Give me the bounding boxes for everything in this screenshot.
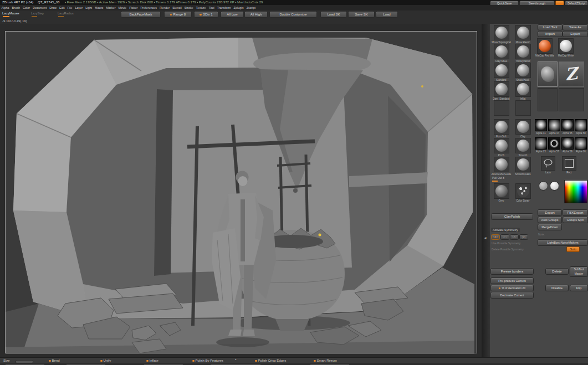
save-sk-button[interactable]: Save SK bbox=[348, 11, 375, 18]
brush-thumb[interactable]: Move Elastic bbox=[513, 25, 533, 44]
auto-groups-button[interactable]: Auto Groups bbox=[538, 217, 562, 223]
alt-color-swatch[interactable] bbox=[550, 181, 559, 191]
empty-brush-slot[interactable] bbox=[494, 100, 509, 116]
groups-split-button[interactable]: Groups Split bbox=[563, 217, 588, 223]
menu-stroke[interactable]: Stroke bbox=[183, 5, 195, 11]
menu-light[interactable]: Light bbox=[84, 5, 94, 11]
menu-draw[interactable]: Draw bbox=[48, 5, 58, 11]
brush-thumb[interactable]: SnakeHook bbox=[513, 63, 533, 82]
lazystep-slider[interactable]: LazyStep bbox=[31, 12, 44, 15]
preprocess-current-button[interactable]: Pre-process Current bbox=[490, 277, 534, 284]
smart-resym-slider[interactable]: Smart Resym bbox=[314, 359, 337, 362]
menu-render[interactable]: Render bbox=[158, 5, 171, 11]
empty-brush-slot[interactable] bbox=[515, 100, 531, 116]
material-thumb[interactable]: Grey bbox=[491, 183, 512, 203]
tray-collapse-arrow-icon[interactable]: ◄ bbox=[483, 236, 487, 240]
brush-thumb[interactable]: Move Topological bbox=[491, 25, 512, 44]
tray-collapse-handle[interactable]: ▴ bbox=[235, 357, 237, 361]
alpha-thumb[interactable]: Alpha 06 bbox=[574, 137, 587, 153]
decimation-percent-slider[interactable]: % of decimation 20 bbox=[490, 285, 534, 291]
menu-macro[interactable]: Macro bbox=[94, 5, 105, 11]
brush-thumb[interactable]: FormSoft bbox=[491, 119, 512, 138]
empty-tool-slot[interactable] bbox=[538, 88, 558, 111]
alpha-thumb[interactable]: Alpha 47 bbox=[548, 119, 561, 135]
empty-tool-slot[interactable] bbox=[559, 88, 584, 111]
menu-preferences[interactable]: Preferences bbox=[139, 5, 158, 11]
inflate-slider[interactable]: Inflate bbox=[146, 359, 158, 362]
fbx-export-button[interactable]: FBXExport bbox=[563, 209, 588, 216]
use-posable-symmetry[interactable]: Use Posable Symmetry bbox=[492, 241, 520, 245]
brush-thumb[interactable]: Clay bbox=[513, 119, 533, 138]
freeze-borders-button[interactable]: Freeze borders bbox=[490, 268, 534, 275]
size-slider[interactable]: Size bbox=[3, 359, 10, 362]
alpha-thumb[interactable]: Alpha 55 bbox=[561, 119, 574, 135]
brush-thumb[interactable]: Dam_Standard bbox=[491, 81, 512, 101]
menu-tool[interactable]: Tool bbox=[207, 5, 216, 11]
merge-down-button[interactable]: MergeDown bbox=[538, 224, 562, 230]
all-high-button[interactable]: All High bbox=[244, 11, 268, 18]
color-picker[interactable] bbox=[564, 180, 587, 203]
menu-marker[interactable]: Marker bbox=[105, 5, 117, 11]
menu-movie[interactable]: Movie bbox=[117, 5, 128, 11]
symmetry-y-button[interactable]: >Y< bbox=[500, 234, 509, 240]
main-color-swatch[interactable] bbox=[539, 181, 548, 191]
menu-edit[interactable]: Edit bbox=[58, 5, 66, 11]
menu-stencil[interactable]: Stencil bbox=[171, 5, 183, 11]
menu-layer[interactable]: Layer bbox=[74, 5, 84, 11]
disable-button[interactable]: Disable bbox=[545, 285, 569, 291]
brush-thumb[interactable]: Smooth bbox=[513, 138, 533, 157]
stroke-thumb[interactable]: Color Spray bbox=[513, 183, 533, 203]
alpha-thumb[interactable]: Alpha 23 bbox=[534, 137, 548, 153]
all-low-button[interactable]: All Low bbox=[221, 11, 244, 18]
decimate-current-button[interactable]: Decimate Current bbox=[490, 292, 534, 299]
brush-thumb[interactable]: Pinch bbox=[491, 138, 512, 157]
simple-brush-thumb[interactable]: Z bbox=[559, 61, 584, 87]
menu-picker[interactable]: Picker bbox=[128, 5, 139, 11]
subtool-master-button[interactable]: SubTool Master bbox=[570, 266, 588, 277]
right-tray-divider[interactable]: ◄ bbox=[482, 24, 490, 357]
brush-thumb[interactable]: TrimDynamic bbox=[513, 44, 533, 63]
brush-thumb[interactable]: ClayTubes bbox=[491, 44, 512, 63]
range-slider[interactable]: Range 8 bbox=[164, 11, 192, 18]
menu-color[interactable]: Color bbox=[21, 5, 31, 11]
menu-transform[interactable]: Transform bbox=[216, 5, 232, 11]
symmetry-radial-button[interactable]: (R) bbox=[519, 234, 528, 240]
bend-slider[interactable]: Bend bbox=[49, 359, 60, 362]
menu-texture[interactable]: Texture bbox=[195, 5, 207, 11]
lazyradius-slider[interactable]: LazyRadius bbox=[58, 12, 74, 15]
brush-thumb[interactable]: SmoothPeaks bbox=[513, 157, 533, 176]
flip-button[interactable]: Flip bbox=[570, 285, 588, 291]
alpha-thumb[interactable]: Alpha 41 bbox=[534, 119, 548, 135]
backfacemask-button[interactable]: BackFaceMask bbox=[121, 11, 161, 18]
solo-button[interactable]: Solo bbox=[566, 246, 580, 252]
symmetry-x-button[interactable]: >X< bbox=[491, 234, 500, 240]
polish-crisp-edges-slider[interactable]: Polish Crisp Edges bbox=[255, 359, 286, 362]
brush-thumb[interactable]: Inflat bbox=[513, 81, 533, 101]
brush-thumb[interactable]: ZRemesherGuide bbox=[491, 157, 512, 176]
viewport-canvas[interactable] bbox=[0, 24, 482, 357]
alpha-thumb[interactable]: Alpha 57 bbox=[548, 137, 561, 153]
menu-alpha[interactable]: Alpha bbox=[0, 5, 11, 11]
lightbox-noisemakers-button[interactable]: LightBox»NoiseMakers bbox=[538, 239, 588, 246]
export-tool-button[interactable]: Export bbox=[563, 31, 588, 37]
import-button[interactable]: Import bbox=[538, 31, 563, 37]
rect-select[interactable]: Rect bbox=[561, 156, 577, 174]
unify-slider[interactable]: Unify bbox=[100, 359, 111, 362]
menu-file[interactable]: File bbox=[66, 5, 74, 11]
current-tool-thumb[interactable] bbox=[538, 61, 558, 87]
recent-tool-thumb[interactable]: MatCap White bbox=[556, 38, 575, 58]
load-button[interactable]: Load bbox=[376, 11, 398, 18]
save-as-button[interactable]: Save As bbox=[563, 24, 588, 30]
alpha-thumb[interactable]: Alpha 59 bbox=[561, 137, 574, 153]
menu-zscript[interactable]: Zscript bbox=[245, 5, 257, 11]
export-button[interactable]: Export bbox=[538, 209, 562, 216]
symmetry-z-button[interactable]: >Z< bbox=[510, 234, 519, 240]
claypolish-button[interactable]: ClayPolish bbox=[491, 213, 533, 220]
lazymouse-toggle[interactable]: LazyMouse bbox=[2, 12, 19, 15]
menu-brush[interactable]: Brush bbox=[11, 5, 21, 11]
lasso-select[interactable]: Lazo bbox=[540, 156, 556, 174]
pull-out-slider[interactable]: Pull Out 8 bbox=[492, 176, 504, 179]
polish-by-features-slider[interactable]: Polish By Features bbox=[192, 359, 223, 362]
sdiv-slider[interactable]: SDiv 1 bbox=[194, 11, 218, 18]
brush-thumb[interactable]: Standard bbox=[491, 63, 512, 82]
